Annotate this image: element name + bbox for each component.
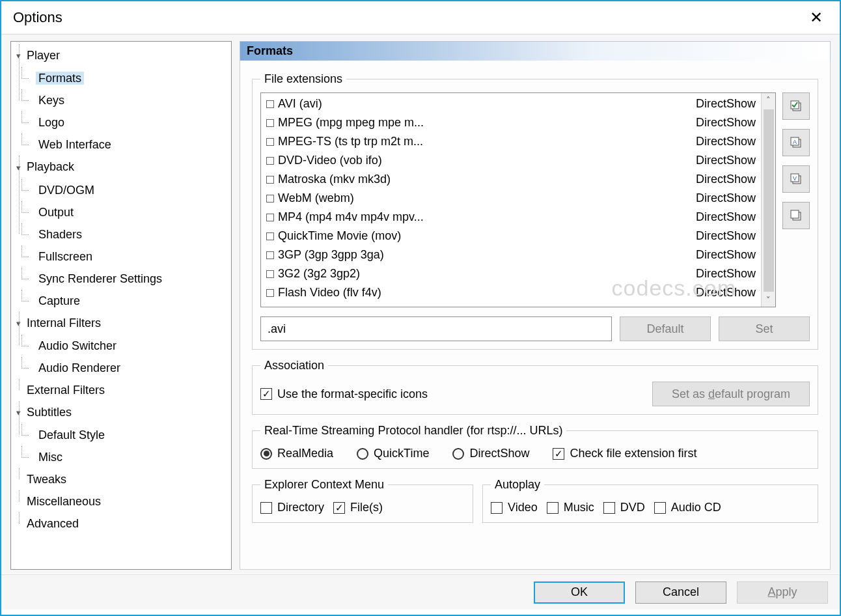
select-audio-button[interactable]: A: [782, 129, 810, 156]
tree-label[interactable]: Shaders: [36, 228, 85, 241]
extension-checkbox[interactable]: [266, 214, 274, 221]
file-extensions-list[interactable]: AVI (avi)DirectShowMPEG (mpg mpeg mpe m.…: [260, 92, 776, 307]
tree-label[interactable]: Sync Renderer Settings: [36, 272, 165, 285]
collapse-icon[interactable]: ▾: [16, 402, 24, 424]
tree-label[interactable]: Playback: [24, 160, 77, 173]
tree-item[interactable]: External Filters: [16, 379, 227, 401]
rtsp-quicktime-radio[interactable]: QuickTime: [357, 447, 429, 460]
tree-label[interactable]: Capture: [36, 294, 83, 307]
tree-label[interactable]: Logo: [36, 116, 67, 129]
extension-list-item[interactable]: 3G2 (3g2 3gp2)DirectShow: [264, 264, 758, 283]
tree-item[interactable]: Output: [28, 201, 227, 223]
extension-list-item[interactable]: Ogg Media (ogm ogv)DirectShow: [264, 302, 758, 307]
extension-list-item[interactable]: WebM (webm)DirectShow: [264, 189, 758, 208]
apply-button[interactable]: Apply: [737, 581, 828, 604]
tree-label[interactable]: Default Style: [36, 428, 107, 441]
scroll-down-icon[interactable]: ˅: [766, 293, 771, 307]
tree-item[interactable]: Capture: [28, 290, 227, 312]
tree-item[interactable]: Advanced: [16, 512, 227, 535]
extension-input[interactable]: [260, 316, 612, 341]
tree-item[interactable]: Misc: [28, 446, 227, 468]
select-none-button[interactable]: [782, 202, 810, 229]
ok-button[interactable]: OK: [534, 581, 625, 604]
tree-label[interactable]: Player: [24, 49, 62, 62]
autoplay-audiocd-checkbox[interactable]: Audio CD: [654, 501, 721, 514]
select-all-checked-button[interactable]: [782, 92, 810, 120]
collapse-icon[interactable]: ▾: [16, 157, 24, 179]
tree-item[interactable]: Sync Renderer Settings: [28, 268, 227, 290]
tree-item[interactable]: Keys: [28, 89, 227, 111]
rtsp-directshow-radio[interactable]: DirectShow: [452, 447, 529, 460]
default-button[interactable]: Default: [620, 316, 711, 341]
tree-label[interactable]: Internal Filters: [24, 316, 103, 329]
options-tree[interactable]: ▾PlayerFormatsKeysLogoWeb Interface▾Play…: [10, 41, 232, 570]
autoplay-video-checkbox[interactable]: Video: [491, 501, 538, 514]
tree-label[interactable]: Formats: [36, 72, 84, 85]
extension-list-item[interactable]: MPEG (mpg mpeg mpe m...DirectShow: [264, 113, 758, 132]
tree-label[interactable]: DVD/OGM: [36, 184, 97, 197]
extension-checkbox[interactable]: [266, 289, 274, 297]
rtsp-realmedia-radio[interactable]: RealMedia: [260, 447, 333, 460]
tree-item[interactable]: Miscellaneous: [16, 490, 227, 512]
extension-list-item[interactable]: Flash Video (flv f4v)DirectShow: [264, 283, 758, 302]
extension-list-item[interactable]: AVI (avi)DirectShow: [264, 94, 758, 113]
tree-item[interactable]: ▾SubtitlesDefault StyleMisc: [16, 401, 227, 468]
tree-label[interactable]: External Filters: [24, 384, 107, 397]
tree-label[interactable]: Misc: [36, 451, 65, 464]
collapse-icon[interactable]: ▾: [16, 313, 24, 335]
tree-item[interactable]: Audio Renderer: [28, 357, 227, 379]
scroll-thumb[interactable]: [764, 109, 774, 292]
tree-label[interactable]: Output: [36, 206, 76, 219]
cancel-button[interactable]: Cancel: [635, 581, 726, 604]
extension-checkbox[interactable]: [266, 270, 274, 278]
tree-item[interactable]: Formats: [28, 67, 227, 89]
tree-label[interactable]: Audio Renderer: [36, 361, 123, 374]
tree-label[interactable]: Web Interface: [36, 138, 114, 151]
extension-list-item[interactable]: MPEG-TS (ts tp trp m2t m...DirectShow: [264, 132, 758, 151]
tree-item[interactable]: ▾PlaybackDVD/OGMOutputShadersFullscreenS…: [16, 156, 227, 311]
extension-checkbox[interactable]: [266, 157, 274, 165]
use-format-icons-checkbox[interactable]: ✓ Use the format-specific icons: [260, 387, 428, 401]
tree-item[interactable]: ▾Internal FiltersAudio SwitcherAudio Ren…: [16, 312, 227, 379]
scrollbar[interactable]: ˄ ˅: [761, 93, 775, 307]
scroll-up-icon[interactable]: ˄: [766, 93, 771, 107]
extension-checkbox[interactable]: [266, 176, 274, 184]
extension-checkbox[interactable]: [266, 119, 274, 127]
autoplay-music-checkbox[interactable]: Music: [547, 501, 594, 514]
extension-list-item[interactable]: Matroska (mkv mk3d)DirectShow: [264, 170, 758, 189]
tree-item[interactable]: Tweaks: [16, 468, 227, 490]
close-icon[interactable]: ✕: [805, 8, 828, 27]
tree-label[interactable]: Tweaks: [24, 473, 69, 486]
autoplay-dvd-checkbox[interactable]: DVD: [603, 501, 645, 514]
tree-label[interactable]: Keys: [36, 94, 67, 107]
select-video-button[interactable]: V: [782, 165, 810, 193]
extension-list-item[interactable]: QuickTime Movie (mov)DirectShow: [264, 227, 758, 245]
extension-list-item[interactable]: 3GP (3gp 3gpp 3ga)DirectShow: [264, 245, 758, 264]
set-default-program-button[interactable]: Set as default program: [652, 382, 810, 406]
tree-item[interactable]: Default Style: [28, 424, 227, 446]
tree-item[interactable]: Shaders: [28, 223, 227, 245]
extension-checkbox[interactable]: [266, 195, 274, 203]
tree-item[interactable]: Logo: [28, 111, 227, 133]
check-ext-first-checkbox[interactable]: ✓Check file extension first: [553, 447, 696, 460]
extension-checkbox[interactable]: [266, 100, 274, 108]
extension-list-item[interactable]: DVD-Video (vob ifo)DirectShow: [264, 151, 758, 170]
extension-checkbox[interactable]: [266, 251, 274, 259]
tree-label[interactable]: Advanced: [24, 517, 81, 530]
directory-checkbox[interactable]: Directory: [260, 501, 324, 514]
tree-item[interactable]: DVD/OGM: [28, 179, 227, 201]
tree-item[interactable]: Audio Switcher: [28, 335, 227, 357]
files-checkbox[interactable]: ✓File(s): [333, 501, 383, 514]
extension-checkbox[interactable]: [266, 232, 274, 240]
tree-item[interactable]: ▾PlayerFormatsKeysLogoWeb Interface: [16, 44, 227, 156]
tree-label[interactable]: Fullscreen: [36, 250, 95, 263]
set-button[interactable]: Set: [719, 316, 810, 341]
extension-list-item[interactable]: MP4 (mp4 m4v mp4v mpv...DirectShow: [264, 208, 758, 227]
tree-label[interactable]: Miscellaneous: [24, 495, 103, 508]
extension-checkbox[interactable]: [266, 138, 274, 146]
collapse-icon[interactable]: ▾: [16, 45, 24, 67]
tree-label[interactable]: Audio Switcher: [36, 339, 119, 352]
tree-item[interactable]: Fullscreen: [28, 245, 227, 268]
tree-item[interactable]: Web Interface: [28, 133, 227, 156]
tree-label[interactable]: Subtitles: [24, 406, 74, 419]
